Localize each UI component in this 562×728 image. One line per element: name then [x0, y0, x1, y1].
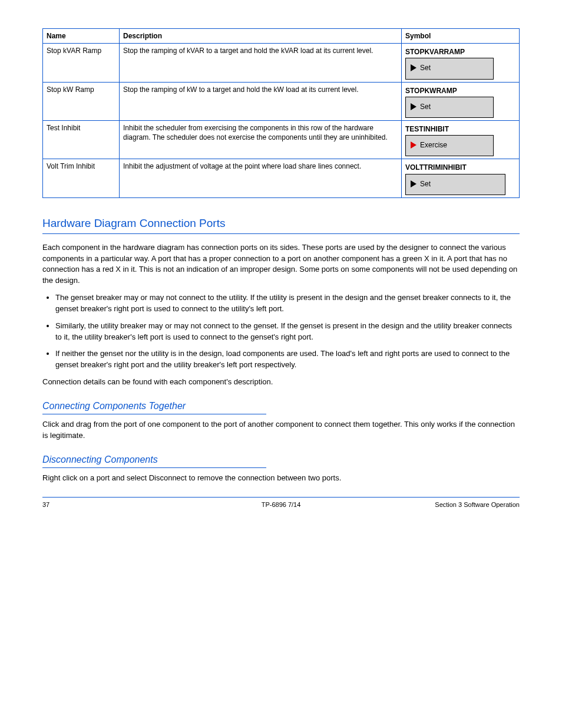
- intro-paragraph: Each component in the hardware diagram h…: [42, 242, 520, 286]
- subsection-connecting-heading: Connecting Components Together: [42, 401, 520, 411]
- symbol-box: Set: [405, 58, 494, 79]
- list-item: If neither the genset nor the utility is…: [55, 348, 520, 371]
- section-rule: [42, 233, 520, 234]
- cell-description: Inhibit the adjustment of voltage at the…: [120, 159, 402, 197]
- cell-symbol: VOLTTRIMINHIBITSet: [402, 159, 520, 197]
- play-icon: [411, 103, 416, 110]
- hardware-signals-table: Name Description Symbol Stop kVAR RampSt…: [42, 28, 520, 198]
- cases-list: The genset breaker may or may not connec…: [42, 292, 520, 371]
- symbol-label: Set: [420, 63, 431, 73]
- symbol-label: Set: [420, 102, 431, 111]
- symbol-box: Set: [405, 174, 505, 195]
- table-header-name: Name: [43, 29, 120, 44]
- section-heading: Hardware Diagram Connection Ports: [42, 217, 520, 230]
- subsection-disconnecting-heading: Disconnecting Components: [42, 454, 520, 465]
- symbol-title: TESTINHIBIT: [405, 124, 515, 134]
- cell-symbol: TESTINHIBITExercise: [402, 120, 520, 159]
- cell-description: Stop the ramping of kW to a target and h…: [120, 82, 402, 120]
- symbol-label: Exercise: [420, 140, 447, 150]
- table-row: Volt Trim InhibitInhibit the adjustment …: [43, 159, 520, 197]
- table-header-description: Description: [120, 29, 402, 44]
- subsection-rule: [42, 414, 266, 414]
- cell-name: Test Inhibit: [43, 120, 120, 159]
- cell-symbol: STOPKVARRAMPSet: [402, 44, 520, 82]
- connection-details-note: Connection details can be found with eac…: [42, 377, 520, 388]
- table-row: Stop kVAR RampStop the ramping of kVAR t…: [43, 44, 520, 82]
- cell-description: Stop the ramping of kVAR to a target and…: [120, 44, 402, 82]
- symbol-label: Set: [420, 179, 431, 189]
- symbol-box: Exercise: [405, 135, 494, 156]
- subsection-rule: [42, 467, 266, 468]
- symbol-title: STOPKVARRAMP: [405, 47, 515, 57]
- cell-name: Stop kVAR Ramp: [43, 44, 120, 82]
- play-icon: [411, 180, 416, 187]
- table-row: Stop kW RampStop the ramping of kW to a …: [43, 82, 520, 120]
- play-icon: [411, 141, 416, 149]
- connecting-body: Click and drag from the port of one comp…: [42, 419, 520, 442]
- list-item: The genset breaker may or may not connec…: [55, 292, 520, 315]
- disconnecting-body: Right click on a port and select Disconn…: [42, 473, 520, 484]
- table-header-symbol: Symbol: [402, 29, 520, 44]
- table-row: Test InhibitInhibit the scheduler from e…: [43, 120, 520, 159]
- cell-symbol: STOPKWRAMPSet: [402, 82, 520, 120]
- footer-page-number: 37: [42, 501, 201, 508]
- footer-section-label: Section 3 Software Operation: [361, 501, 520, 508]
- list-item: Similarly, the utility breaker may or ma…: [55, 321, 520, 343]
- cell-name: Stop kW Ramp: [43, 82, 120, 120]
- footer-rule: [42, 497, 520, 498]
- cell-name: Volt Trim Inhibit: [43, 159, 120, 197]
- footer-doc-id: TP-6896 7/14: [201, 501, 361, 508]
- cell-description: Inhibit the scheduler from exercising th…: [120, 120, 402, 159]
- page-footer: 37 TP-6896 7/14 Section 3 Software Opera…: [42, 501, 520, 508]
- play-icon: [411, 64, 416, 71]
- symbol-title: STOPKWRAMP: [405, 86, 515, 95]
- symbol-box: Set: [405, 97, 494, 118]
- symbol-title: VOLTTRIMINHIBIT: [405, 163, 515, 172]
